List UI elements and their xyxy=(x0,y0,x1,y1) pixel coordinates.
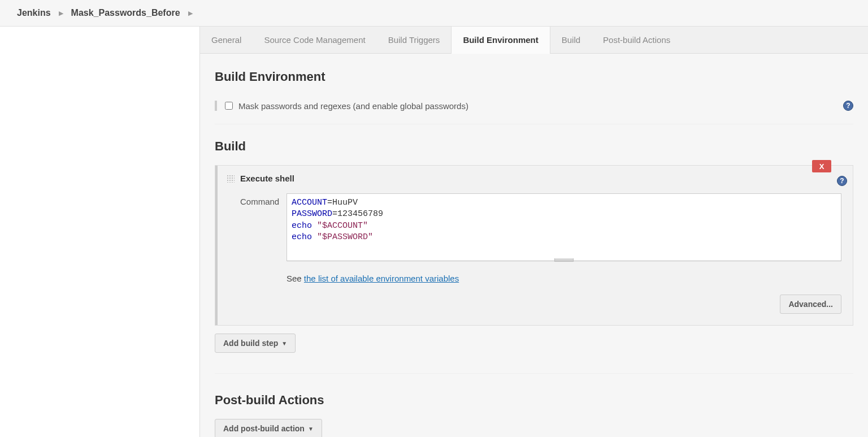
tab-build-environment[interactable]: Build Environment xyxy=(451,27,550,54)
help-icon[interactable]: ? xyxy=(843,101,853,111)
env-vars-hint: See the list of available environment va… xyxy=(287,274,841,283)
section-title-build: Build xyxy=(215,139,853,154)
mask-passwords-checkbox[interactable] xyxy=(225,102,233,110)
mask-passwords-label: Mask passwords and regexes (and enable g… xyxy=(238,101,468,111)
tab-post-build[interactable]: Post-build Actions xyxy=(592,27,682,53)
caret-down-icon: ▼ xyxy=(281,340,287,347)
breadcrumb: Jenkins ▶ Mask_Passwords_Before ▶ xyxy=(0,0,868,27)
advanced-button[interactable]: Advanced... xyxy=(780,295,841,314)
tab-build[interactable]: Build xyxy=(550,27,592,53)
add-post-build-action-button[interactable]: Add post-build action ▼ xyxy=(215,419,322,437)
resize-grip-icon[interactable] xyxy=(554,258,574,262)
step-accent xyxy=(215,166,218,325)
drag-handle-icon[interactable] xyxy=(227,175,235,183)
chevron-right-icon: ▶ xyxy=(188,10,193,17)
mask-passwords-row: Mask passwords and regexes (and enable g… xyxy=(215,96,853,124)
add-post-build-action-label: Add post-build action xyxy=(223,424,305,433)
add-build-step-button[interactable]: Add build step ▼ xyxy=(215,334,296,353)
tab-triggers[interactable]: Build Triggers xyxy=(377,27,452,53)
section-title-build-environment: Build Environment xyxy=(215,70,853,84)
help-icon[interactable]: ? xyxy=(837,176,847,186)
command-textarea[interactable]: ACCOUNT=HuuPV PASSWORD=123456789 echo "$… xyxy=(287,193,841,261)
step-header: Execute shell xyxy=(215,166,853,191)
chevron-right-icon: ▶ xyxy=(59,10,63,17)
breadcrumb-root[interactable]: Jenkins xyxy=(17,8,51,18)
section-title-post-build: Post-build Actions xyxy=(215,393,853,408)
execute-shell-step: X ? Execute shell Command ACCOUNT=HuuPV … xyxy=(215,165,853,326)
delete-step-button[interactable]: X xyxy=(812,160,831,172)
left-sidebar xyxy=(0,27,199,437)
main-panel: General Source Code Management Build Tri… xyxy=(199,27,868,437)
config-tabs: General Source Code Management Build Tri… xyxy=(200,27,868,54)
caret-down-icon: ▼ xyxy=(308,426,314,432)
row-accent xyxy=(215,101,217,111)
command-label: Command xyxy=(227,193,276,283)
env-vars-link[interactable]: the list of available environment variab… xyxy=(304,274,459,283)
tab-scm[interactable]: Source Code Management xyxy=(253,27,376,53)
step-title: Execute shell xyxy=(240,174,294,183)
tab-general[interactable]: General xyxy=(200,27,253,53)
add-build-step-label: Add build step xyxy=(223,339,278,348)
breadcrumb-project[interactable]: Mask_Passwords_Before xyxy=(71,8,180,18)
